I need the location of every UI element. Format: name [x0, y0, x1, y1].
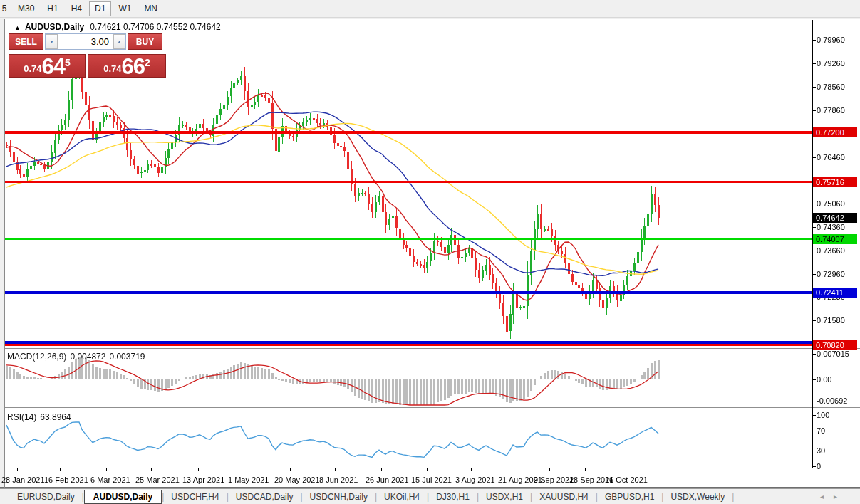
date-label: 20 May 2021 — [274, 476, 320, 484]
timeframe-button-D1[interactable]: D1 — [89, 1, 111, 16]
chart-tab-eurusd-daily[interactable]: EURUSD,Daily — [10, 490, 82, 503]
sell-price-base: 0.74 — [24, 63, 41, 77]
timeframe-button-H4[interactable]: H4 — [66, 1, 88, 16]
buy-button-label: BUY — [136, 37, 154, 48]
price-tick-label: 0.75060 — [817, 199, 845, 208]
buy-price-display[interactable]: 0.74662 — [88, 54, 166, 78]
tab-scroll-arrows[interactable]: ◂▸ — [820, 493, 847, 500]
sell-price-display[interactable]: 0.74645 — [9, 54, 86, 78]
sell-price-pips: 64 — [42, 56, 65, 78]
buy-price-pips: 66 — [122, 56, 145, 78]
price-tick-label: 0.79960 — [817, 36, 845, 44]
chart-tab-dj30-h1[interactable]: DJ30,H1 — [429, 490, 477, 503]
price-badge-0.70820: 0.70820 — [813, 340, 857, 350]
date-label: 26 Jun 2021 — [366, 476, 409, 484]
chart-title: ▲AUDUSD,Daily0.74621 0.74706 0.74552 0.7… — [14, 22, 221, 32]
timeframe-button-MN[interactable]: MN — [138, 1, 163, 16]
chart-tab-xauusd-h4[interactable]: XAUUSD,H4 — [532, 490, 596, 503]
price-badge-0.72411: 0.72411 — [813, 288, 857, 298]
macd-main-value: 0.004872 — [70, 352, 105, 362]
platform-window: 5M30H1H4D1W1MN ▲AUDUSD,Daily0.74621 0.74… — [0, 0, 860, 504]
macd-name: MACD(12,26,9) — [7, 352, 66, 362]
date-label: 16 Feb 2021 — [44, 476, 88, 484]
rsi-indicator-label: RSI(14)63.8964 — [7, 412, 75, 422]
tab-separator: | — [732, 492, 734, 502]
volume-increase-button[interactable]: ▴ — [113, 34, 125, 49]
price-tick-label: 0.76460 — [817, 153, 845, 162]
timeframe-toolbar: 5M30H1H4D1W1MN — [0, 0, 860, 18]
rsi-scale-label: 30 — [817, 446, 825, 455]
date-label: 15 Jul 2021 — [411, 476, 452, 484]
buy-price-base: 0.74 — [103, 63, 121, 77]
date-label: 1 May 2021 — [228, 476, 269, 484]
date-label: 3 Aug 2021 — [455, 476, 495, 484]
macd-scale-label: -0.00692 — [817, 397, 847, 405]
date-label: 28 Jan 2021 — [1, 476, 45, 484]
price-tick-label: 0.72960 — [817, 270, 845, 278]
price-badge-0.75716: 0.75716 — [813, 177, 857, 187]
chart-tab-audusd-daily[interactable]: AUDUSD,Daily — [84, 490, 162, 504]
timeframe-button-5[interactable]: 5 — [1, 1, 11, 16]
date-label: 6 Mar 2021 — [90, 476, 130, 484]
volume-spinner: ▾ ▴ — [45, 33, 126, 50]
macd-indicator-label: MACD(12,26,9)0.0048720.003719 — [7, 352, 149, 362]
macd-signal-value: 0.003719 — [109, 352, 145, 362]
date-label: 9 Sep 2021 — [534, 476, 574, 484]
chart-quote-values: 0.74621 0.74706 0.74552 0.74642 — [90, 22, 221, 32]
buy-price-point: 2 — [145, 56, 150, 68]
rsi-scale-label: 0 — [817, 462, 821, 471]
price-tick-label: 0.79260 — [817, 59, 845, 68]
volume-decrease-button[interactable]: ▾ — [46, 34, 58, 49]
price-badge-0.77200: 0.77200 — [813, 127, 857, 137]
date-label: 8 Jun 2021 — [319, 476, 358, 484]
chart-tab-gbpusd-h1[interactable]: GBPUSD,H1 — [598, 490, 661, 503]
chart-tab-usdcad-daily[interactable]: USDCAD,Daily — [229, 490, 301, 503]
one-click-trading-panel: SELL ▾ ▴ BUY 0.74645 0.74662 — [9, 33, 167, 78]
price-tick-label: 0.74360 — [817, 223, 845, 231]
rsi-value: 63.8964 — [40, 412, 71, 422]
chart-tab-ukoil-h4[interactable]: UKOil,H4 — [377, 490, 427, 503]
date-label: 13 Apr 2021 — [182, 476, 224, 484]
volume-input[interactable] — [58, 34, 113, 49]
chart-symbol-label: AUDUSD,Daily — [25, 22, 84, 32]
price-tick-label: 0.77860 — [817, 106, 845, 115]
sell-button-label: SELL — [15, 37, 37, 48]
timeframe-button-W1[interactable]: W1 — [113, 1, 137, 16]
rsi-scale-label: 70 — [817, 426, 825, 435]
chart-tab-bar: EURUSD,Daily|AUDUSD,Daily|USDCHF,H4|USDC… — [0, 488, 860, 504]
chart-tab-usdx-weekly[interactable]: USDX,Weekly — [663, 490, 732, 503]
date-label: 16 Oct 2021 — [605, 476, 648, 484]
price-badge-0.74642: 0.74642 — [813, 213, 857, 223]
price-tick-label: 0.73660 — [817, 246, 845, 255]
timeframe-button-H1[interactable]: H1 — [41, 1, 63, 16]
chart-tab-usdcnh-daily[interactable]: USDCNH,Daily — [303, 490, 375, 503]
sell-button[interactable]: SELL — [9, 33, 43, 50]
rsi-name: RSI(14) — [7, 412, 36, 422]
macd-scale-label: 0.007015 — [817, 350, 849, 358]
timeframe-button-M30[interactable]: M30 — [12, 1, 40, 16]
chart-tab-usdchf-h4[interactable]: USDCHF,H4 — [164, 490, 226, 503]
rsi-scale-label: 100 — [817, 411, 829, 419]
price-tick-label: 0.71580 — [817, 316, 845, 325]
collapse-panel-icon[interactable]: ▲ — [14, 24, 21, 31]
chart-tab-usdx-h1[interactable]: USDX,H1 — [479, 490, 530, 503]
date-label: 25 Mar 2021 — [135, 476, 180, 484]
macd-scale-label: 0.00 — [817, 375, 831, 384]
sell-price-point: 5 — [65, 56, 71, 68]
buy-button[interactable]: BUY — [128, 33, 162, 50]
price-tick-label: 0.78560 — [817, 83, 845, 91]
price-badge-0.74007: 0.74007 — [813, 234, 857, 244]
